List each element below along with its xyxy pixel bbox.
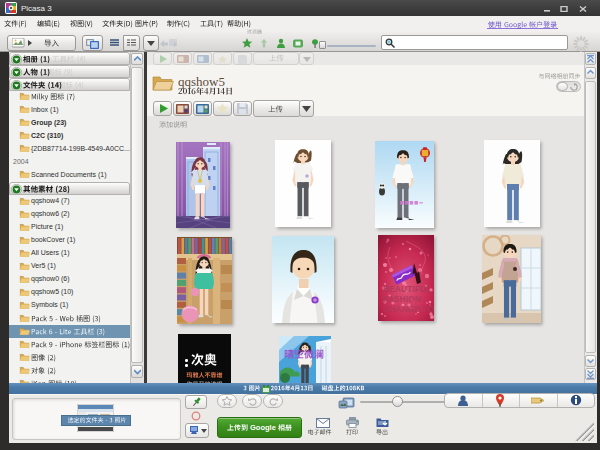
svg-text:BEAUTIFUL: BEAUTIFUL (383, 284, 431, 294)
svg-text:CHANGE YO: CHANGE YO (383, 304, 434, 314)
svg-text:FASHION: FASHION (383, 294, 421, 304)
